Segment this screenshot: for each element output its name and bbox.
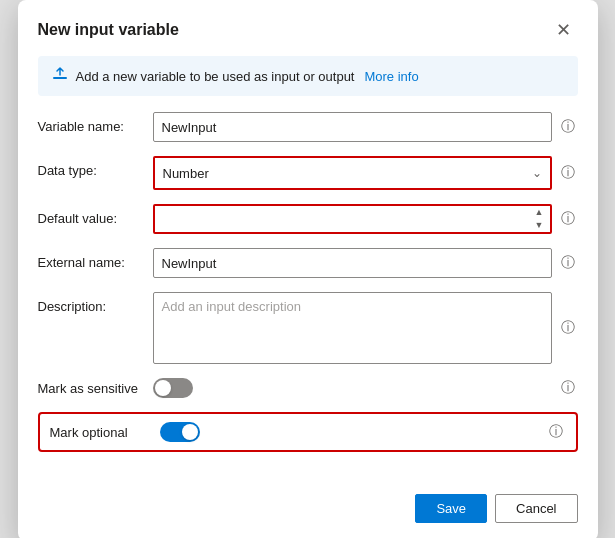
svg-rect-0 bbox=[53, 77, 67, 79]
external-name-row: External name: ⓘ bbox=[38, 248, 578, 278]
spinner-buttons: ▲ ▼ bbox=[531, 206, 548, 232]
form-body: Variable name: ⓘ Data type: Text Number … bbox=[18, 112, 598, 482]
dialog-header: New input variable ✕ bbox=[18, 0, 598, 56]
new-input-variable-dialog: New input variable ✕ Add a new variable … bbox=[18, 0, 598, 538]
data-type-control: Text Number Boolean Date List DataTable … bbox=[153, 156, 578, 190]
upload-icon bbox=[52, 66, 68, 86]
dialog-footer: Save Cancel bbox=[18, 482, 598, 538]
mark-sensitive-thumb bbox=[155, 380, 171, 396]
variable-name-row: Variable name: ⓘ bbox=[38, 112, 578, 142]
variable-name-input[interactable] bbox=[153, 112, 552, 142]
cancel-button[interactable]: Cancel bbox=[495, 494, 577, 523]
mark-optional-info-icon[interactable]: ⓘ bbox=[546, 422, 566, 442]
data-type-select-wrap: Text Number Boolean Date List DataTable … bbox=[153, 156, 552, 190]
more-info-link[interactable]: More info bbox=[364, 69, 418, 84]
default-value-label: Default value: bbox=[38, 204, 153, 226]
description-control: ⓘ bbox=[153, 292, 578, 364]
dialog-title: New input variable bbox=[38, 21, 179, 39]
external-name-label: External name: bbox=[38, 248, 153, 270]
description-row: Description: ⓘ bbox=[38, 292, 578, 364]
data-type-info-icon[interactable]: ⓘ bbox=[558, 163, 578, 183]
mark-sensitive-label: Mark as sensitive bbox=[38, 381, 153, 396]
variable-name-info-icon[interactable]: ⓘ bbox=[558, 117, 578, 137]
save-button[interactable]: Save bbox=[415, 494, 487, 523]
default-value-wrap: ▲ ▼ bbox=[153, 204, 552, 234]
data-type-label: Data type: bbox=[38, 156, 153, 178]
mark-sensitive-toggle-wrap bbox=[153, 378, 558, 398]
default-value-info-icon[interactable]: ⓘ bbox=[558, 209, 578, 229]
mark-sensitive-info-icon[interactable]: ⓘ bbox=[558, 378, 578, 398]
mark-optional-toggle[interactable] bbox=[160, 422, 200, 442]
spinner-up-button[interactable]: ▲ bbox=[531, 206, 548, 219]
external-name-control: ⓘ bbox=[153, 248, 578, 278]
default-value-control: ▲ ▼ ⓘ bbox=[153, 204, 578, 234]
close-icon: ✕ bbox=[556, 19, 571, 41]
description-label: Description: bbox=[38, 292, 153, 314]
variable-name-control: ⓘ bbox=[153, 112, 578, 142]
description-textarea[interactable] bbox=[153, 292, 552, 364]
variable-name-label: Variable name: bbox=[38, 112, 153, 134]
external-name-info-icon[interactable]: ⓘ bbox=[558, 253, 578, 273]
mark-sensitive-row: Mark as sensitive ⓘ bbox=[38, 378, 578, 398]
mark-optional-toggle-wrap bbox=[160, 422, 546, 442]
mark-optional-label: Mark optional bbox=[50, 425, 160, 440]
banner-text: Add a new variable to be used as input o… bbox=[76, 69, 355, 84]
mark-optional-thumb bbox=[182, 424, 198, 440]
info-banner: Add a new variable to be used as input o… bbox=[38, 56, 578, 96]
default-value-row: Default value: ▲ ▼ ⓘ bbox=[38, 204, 578, 234]
mark-optional-row: Mark optional ⓘ bbox=[38, 412, 578, 452]
mark-optional-track bbox=[160, 422, 200, 442]
close-button[interactable]: ✕ bbox=[550, 16, 578, 44]
spinner-down-button[interactable]: ▼ bbox=[531, 219, 548, 232]
mark-sensitive-track bbox=[153, 378, 193, 398]
description-info-icon[interactable]: ⓘ bbox=[558, 318, 578, 338]
data-type-row: Data type: Text Number Boolean Date List… bbox=[38, 156, 578, 190]
default-value-input[interactable] bbox=[155, 206, 550, 232]
external-name-input[interactable] bbox=[153, 248, 552, 278]
data-type-select[interactable]: Text Number Boolean Date List DataTable bbox=[155, 158, 550, 188]
mark-sensitive-toggle[interactable] bbox=[153, 378, 193, 398]
